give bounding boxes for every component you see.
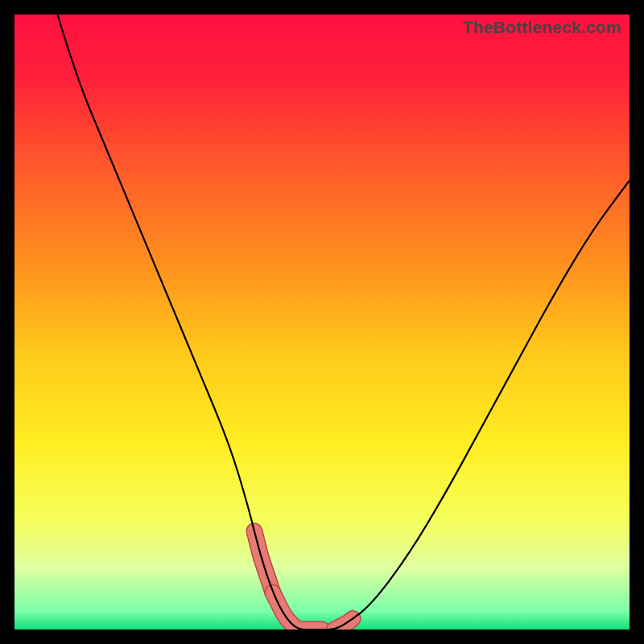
gradient-background	[14, 14, 630, 630]
plot-area: TheBottleneck.com	[14, 14, 630, 630]
chart-frame: TheBottleneck.com	[0, 0, 644, 644]
bottleneck-chart	[14, 14, 630, 630]
watermark-text: TheBottleneck.com	[463, 18, 621, 37]
